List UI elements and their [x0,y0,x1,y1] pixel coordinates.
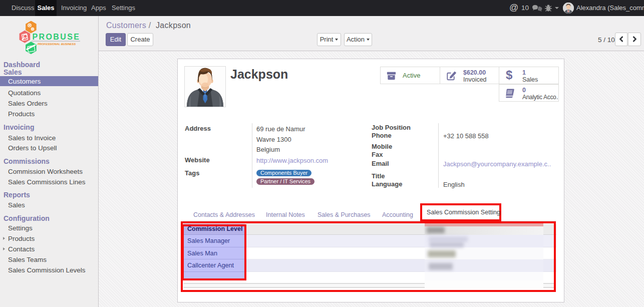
svg-text:PROFESSIONAL BUSINESS: PROFESSIONAL BUSINESS [38,43,76,46]
svg-text:PROBUSE: PROBUSE [33,33,81,41]
